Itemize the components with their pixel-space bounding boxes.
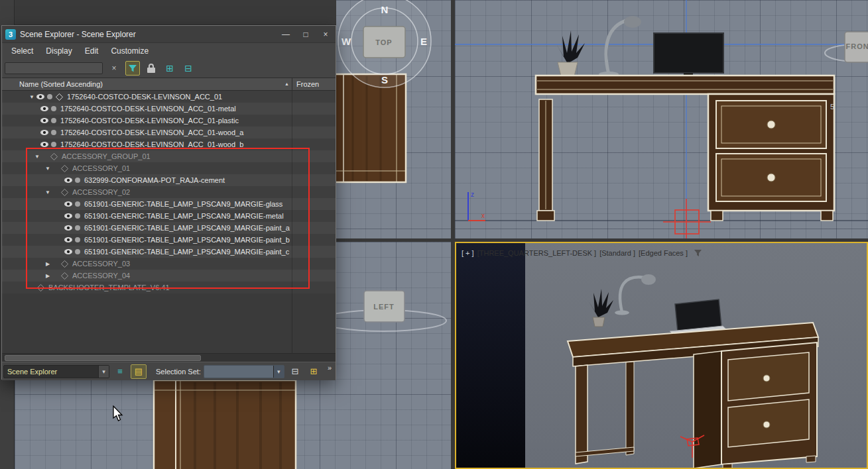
lock-button[interactable] — [144, 61, 158, 76]
desk-side-view-partial[interactable] — [154, 380, 296, 469]
layers-icon: ≡ — [117, 366, 123, 376]
plant-perspective[interactable] — [589, 289, 613, 327]
toolbar-overflow-chevron[interactable]: » — [328, 364, 332, 372]
render-dot-icon[interactable] — [51, 142, 56, 147]
clear-search-button[interactable]: × — [107, 61, 121, 76]
title-bar[interactable]: 3 Scene Explorer - Scene Explorer — □ × — [2, 26, 336, 43]
row-indent — [2, 144, 40, 145]
render-dot-icon[interactable] — [51, 118, 56, 123]
viewport-renderer-menu[interactable]: [Standard ] — [599, 249, 635, 257]
edit-set-icon: ⊟ — [291, 366, 298, 376]
chevron-down-icon[interactable]: ▾ — [273, 366, 284, 378]
viewcube-front-label: FRONT — [846, 42, 868, 50]
menu-customize[interactable]: Customize — [111, 46, 149, 56]
grid-coordinate-label: 5 — [830, 103, 834, 111]
search-input[interactable] — [5, 62, 103, 74]
tree-row[interactable]: 1752640-COSTCO-DESK-LEVINSON_ACC_01-plas… — [2, 115, 336, 127]
world-axis-tripod: x z — [468, 191, 485, 221]
tree-row[interactable]: 1752640-COSTCO-DESK-LEVINSON_ACC_01-meta… — [2, 103, 336, 115]
visibility-eye-icon[interactable] — [40, 106, 48, 111]
menu-display[interactable]: Display — [46, 46, 72, 56]
scrollbar-thumb[interactable] — [5, 355, 201, 361]
mouse-cursor — [113, 405, 125, 425]
viewport-filter-icon[interactable] — [694, 249, 702, 258]
tree-row[interactable]: ▼ 1752640-COSTCO-DESK-LEVINSON_ACC_01 — [2, 91, 336, 103]
viewport-name-menu[interactable]: [THREE_QUARTERS_LEFT-DESK ] — [477, 249, 597, 257]
explorer-name-combo[interactable]: Scene Explorer ▾ — [3, 365, 109, 378]
bottom-bar: Scene Explorer ▾ ≡ ▤ Selection Set: ▾ ⊟ … — [2, 362, 336, 380]
highlight-annotation — [26, 148, 310, 289]
compass-south-label: S — [381, 74, 388, 85]
lock-icon — [147, 64, 155, 73]
compass-east-label: E — [420, 36, 427, 47]
desk-front-view[interactable] — [536, 76, 834, 221]
tree-list[interactable]: ▼ 1752640-COSTCO-DESK-LEVINSON_ACC_01 17… — [2, 91, 336, 353]
selection-gizmo[interactable] — [663, 199, 711, 238]
row-indent — [2, 109, 40, 109]
node-label[interactable]: 1752640-COSTCO-DESK-LEVINSON_ACC_01 — [67, 93, 222, 101]
desk-perspective[interactable] — [568, 323, 818, 469]
object-type-icon — [56, 93, 63, 100]
node-label[interactable]: 1752640-COSTCO-DESK-LEVINSON_ACC_01-plas… — [60, 117, 239, 125]
node-label[interactable]: 1752640-COSTCO-DESK-LEVINSON_ACC_01-meta… — [60, 105, 236, 113]
menu-select[interactable]: Select — [11, 46, 33, 56]
viewcube-front[interactable]: FRONT — [825, 32, 868, 62]
horizontal-scrollbar[interactable] — [2, 353, 336, 362]
viewport-label: [ + ][THREE_QUARTERS_LEFT-DESK ][Standar… — [462, 249, 702, 258]
render-dot-icon[interactable] — [51, 106, 56, 111]
selection-set-combo[interactable]: ▾ — [204, 365, 284, 378]
render-dot-icon[interactable] — [51, 130, 56, 135]
funnel-icon — [128, 64, 137, 73]
visibility-eye-icon[interactable] — [40, 130, 48, 135]
visibility-eye-icon[interactable] — [36, 94, 44, 99]
viewcube-compass[interactable]: N W E S TOP — [338, 0, 431, 87]
menu-edit[interactable]: Edit — [85, 46, 99, 56]
row-indent — [2, 287, 29, 288]
filter-button[interactable] — [125, 61, 140, 76]
pin-icon: ▤ — [135, 366, 143, 376]
viewport-front-view[interactable]: x z 5 FRONT — [455, 0, 868, 238]
viewcube-top-label: TOP — [375, 38, 392, 46]
pin-explorer-button[interactable]: ▤ — [131, 364, 147, 379]
plant-front[interactable] — [557, 30, 585, 76]
viewport-shading-menu[interactable]: [Edged Faces ] — [639, 249, 688, 257]
app-toolbar-area — [0, 0, 336, 25]
viewcube-left[interactable]: LEFT — [320, 291, 446, 331]
display-children-button[interactable]: ⊞ — [162, 61, 177, 76]
compass-west-label: W — [341, 36, 351, 47]
minimize-button[interactable]: — — [276, 26, 296, 43]
axis-x-label: x — [481, 212, 485, 219]
column-name-header[interactable]: Name (Sorted Ascending) — [19, 80, 103, 88]
tree-row[interactable]: 1752640-COSTCO-DESK-LEVINSON_ACC_01-wood… — [2, 127, 336, 138]
display-dependents-button[interactable]: ⊟ — [181, 61, 196, 76]
column-header: Name (Sorted Ascending) ▲ Frozen — [2, 78, 336, 91]
3dsmax-logo-icon: 3 — [5, 29, 16, 40]
viewport-plus-menu[interactable]: [ + ] — [462, 249, 474, 257]
expand-arrow-icon[interactable]: ▼ — [27, 94, 36, 100]
sort-ascending-icon[interactable]: ▲ — [284, 81, 289, 86]
table-lamp-perspective[interactable] — [615, 274, 656, 315]
layer-explorer-button[interactable]: ≡ — [112, 364, 128, 379]
viewport-perspective[interactable]: [ + ][THREE_QUARTERS_LEFT-DESK ][Standar… — [455, 242, 868, 469]
window-title: Scene Explorer - Scene Explorer — [20, 30, 276, 39]
node-label[interactable]: 1752640-COSTCO-DESK-LEVINSON_ACC_01-wood… — [60, 129, 243, 136]
desk-top-view-partial[interactable] — [335, 74, 406, 182]
maximize-button[interactable]: □ — [296, 26, 316, 43]
3dsmax-app: N W E S TOP LEFT — [0, 0, 868, 469]
visibility-eye-icon[interactable] — [40, 142, 48, 147]
row-indent — [2, 132, 40, 133]
close-button[interactable]: × — [316, 26, 336, 43]
add-selection-set-button[interactable]: ⊞ — [306, 364, 322, 379]
visibility-eye-icon[interactable] — [40, 118, 48, 123]
table-lamp-front[interactable] — [599, 16, 641, 77]
monitor-front[interactable] — [654, 33, 723, 79]
column-frozen-header[interactable]: Frozen — [296, 80, 319, 88]
column-divider[interactable] — [292, 78, 292, 90]
edit-selection-set-button[interactable]: ⊟ — [287, 364, 303, 379]
add-set-icon: ⊞ — [310, 366, 317, 376]
scene-explorer-window[interactable]: 3 Scene Explorer - Scene Explorer — □ × … — [1, 25, 336, 380]
axis-z-label: z — [471, 191, 474, 198]
explorer-toolbar: × ⊞ ⊟ — [2, 59, 336, 78]
chevron-down-icon[interactable]: ▾ — [98, 366, 109, 378]
render-dot-icon[interactable] — [47, 94, 52, 99]
